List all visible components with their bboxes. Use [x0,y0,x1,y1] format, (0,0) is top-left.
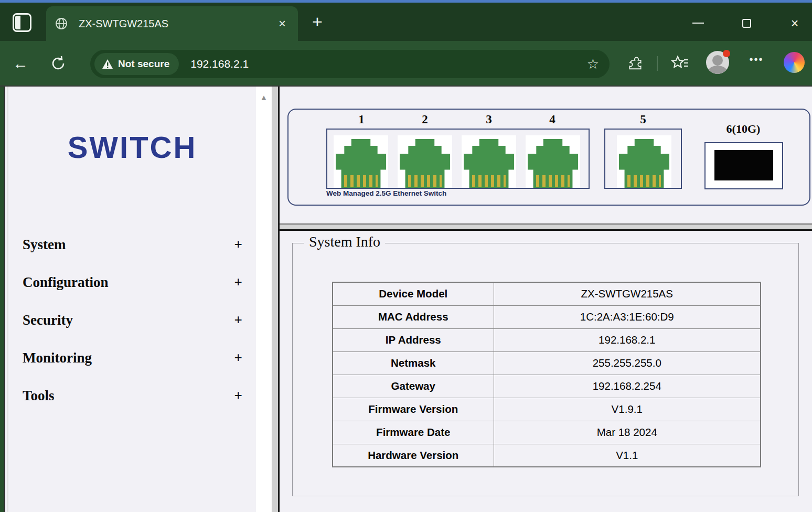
rj45-pins [408,175,441,187]
row-label: Gateway [333,375,494,398]
toolbar-divider [657,56,658,71]
back-button[interactable]: ← [13,55,28,72]
table-row: Firmware Date Mar 18 2024 [333,421,761,444]
port-number: 4 [541,113,564,126]
rj45-connector [528,139,578,188]
rj45-pins [344,175,377,187]
row-value: 192.168.2.254 [494,375,761,398]
maximize-button[interactable] [739,15,754,31]
minimize-button[interactable] [690,15,706,31]
browser-tab[interactable]: ZX-SWTGW215AS × [46,6,298,41]
row-value: 1C:2A:A3:1E:60:D9 [494,305,761,328]
sidebar-item-label: System [23,237,66,253]
frame-divider-horizontal[interactable] [280,223,812,231]
rj45-connector [464,139,514,188]
panel-caption: Web Managed 2.5G Ethernet Switch [326,189,446,197]
close-window-button[interactable]: × [787,15,803,31]
frame-divider-vertical[interactable] [272,87,280,512]
system-info-table: Device Model ZX-SWTGW215AS MAC Address 1… [332,282,761,467]
port-group-1-4 [326,129,590,189]
table-row: Device Model ZX-SWTGW215AS [333,282,761,305]
table-row: Firmware Version V1.9.1 [333,398,761,421]
sidebar-item-tools[interactable]: Tools + [8,377,256,414]
system-info-legend: System Info [304,233,385,250]
port-number: 1 [350,113,373,126]
rj45-port-5-icon [617,135,671,188]
table-row: Gateway 192.168.2.254 [333,375,761,398]
sidebar-item-system[interactable]: System + [8,226,256,263]
close-tab-icon[interactable]: × [275,17,290,30]
tab-title: ZX-SWTGW215AS [79,18,275,30]
browser-toolbar: ← Not secure 192.168.2.1 ☆ [0,41,812,86]
bookmark-star-icon[interactable]: ☆ [587,56,599,72]
row-label: IP Address [333,328,494,351]
warning-icon [102,59,113,69]
sidebar: SWITCH System + Configuration + Security… [7,87,256,512]
system-info-frame: System Info Device Model ZX-SWTGW215AS M… [280,231,812,512]
sidebar-item-label: Security [23,312,73,328]
favorites-icon[interactable] [670,55,689,72]
expand-plus-icon[interactable]: + [234,237,242,253]
sidebar-item-label: Tools [23,388,55,404]
expand-plus-icon[interactable]: + [234,312,242,328]
port-group-5 [604,129,682,189]
row-label: Netmask [333,351,494,375]
row-value: Mar 18 2024 [494,421,761,444]
sidebar-scrollbar[interactable]: ▲ [256,87,272,512]
maximize-icon [742,19,751,28]
sidebar-item-label: Monitoring [23,350,92,366]
switch-front-panel: 1 2 3 4 5 6(10G) Web Managed 2.5G Ethern… [287,109,810,206]
refresh-button[interactable] [49,55,67,72]
row-value: V1.9.1 [494,398,761,421]
page-content: SWITCH System + Configuration + Security… [0,86,812,512]
window-left-edge [0,87,5,512]
device-view-frame: 1 2 3 4 5 6(10G) Web Managed 2.5G Ethern… [280,87,812,223]
table-row: Hardware Version V1.1 [333,444,761,467]
tab-actions-pane [15,16,20,29]
expand-plus-icon[interactable]: + [234,350,242,366]
system-info-fieldset: System Info Device Model ZX-SWTGW215AS M… [292,243,799,496]
avatar-body [708,66,727,74]
rj45-connector [619,139,669,188]
rj45-connector [336,139,386,188]
url-text[interactable]: 192.168.2.1 [190,58,586,70]
security-label: Not secure [118,58,169,70]
rj45-connector [400,139,450,188]
table-row: MAC Address 1C:2A:A3:1E:60:D9 [333,305,761,328]
expand-plus-icon[interactable]: + [234,274,242,291]
avatar-head [712,55,723,66]
table-row: Netmask 255.255.255.0 [333,351,761,375]
sidebar-item-label: Configuration [23,274,109,291]
nav-menu: System + Configuration + Security + Moni… [8,226,256,414]
rj45-pins [472,175,505,187]
sidebar-item-configuration[interactable]: Configuration + [8,263,256,301]
rj45-port-4-icon [526,135,580,188]
row-label: MAC Address [333,305,494,328]
extensions-icon[interactable] [627,55,645,72]
row-label: Firmware Date [333,421,494,444]
brand-logo: SWITCH [8,130,256,165]
new-tab-button[interactable]: + [308,11,326,32]
row-value: 192.168.2.1 [494,328,761,351]
copilot-icon[interactable] [784,52,805,73]
sfp-port-6-icon [704,142,783,189]
tab-actions-icon[interactable] [13,13,31,32]
row-label: Hardware Version [333,444,494,467]
globe-favicon-icon [55,17,68,30]
table-row: IP Address 192.168.2.1 [333,328,761,351]
minimize-icon [692,23,704,24]
notification-badge [723,50,730,57]
address-bar[interactable]: Not secure 192.168.2.1 ☆ [90,50,610,78]
sidebar-item-security[interactable]: Security + [8,301,256,339]
row-value: ZX-SWTGW215AS [494,282,761,305]
site-security-chip[interactable]: Not secure [94,53,179,75]
settings-menu-icon[interactable]: ••• [744,54,769,66]
rj45-port-1-icon [334,135,388,188]
expand-plus-icon[interactable]: + [234,388,242,404]
rj45-port-2-icon [398,135,452,188]
row-label: Device Model [333,282,494,305]
scroll-up-arrow-icon[interactable]: ▲ [256,93,272,102]
port-number: 5 [632,113,655,126]
port-number: 3 [477,113,500,126]
sidebar-item-monitoring[interactable]: Monitoring + [8,339,256,377]
